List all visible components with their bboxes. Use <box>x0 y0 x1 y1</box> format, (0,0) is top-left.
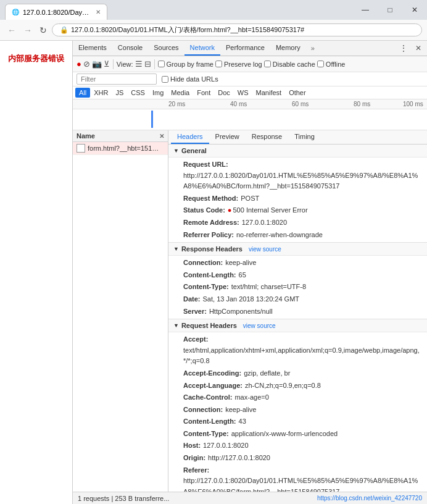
view-label: View: <box>117 61 133 68</box>
type-filter-manifest[interactable]: Manifest <box>252 88 286 98</box>
general-title: General <box>181 147 207 154</box>
ruler-40ms: 40 ms <box>230 101 247 107</box>
error-page: 内部服务器错误 <box>0 41 73 504</box>
rh-content-type-row: Content-Type: text/html; charset=UTF-8 <box>168 281 427 293</box>
rqh-referer-row: Referer: http://127.0.0.1:8020/Day01/01.… <box>168 464 427 492</box>
filter-bar: Hide data URLs <box>73 72 427 86</box>
type-filter-css[interactable]: CSS <box>127 88 149 98</box>
status-bar: 1 requests | 253 B transferre... https:/… <box>73 492 427 504</box>
devtools-panel: Elements Console Sources Network Perform… <box>73 41 427 504</box>
tab-sources[interactable]: Sources <box>148 41 184 56</box>
view-large-icon[interactable]: ⊟ <box>144 59 151 69</box>
forward-button[interactable]: → <box>21 24 35 36</box>
rh-server-row: Server: HttpComponents/null <box>168 306 427 318</box>
type-filter-media[interactable]: Media <box>167 88 193 98</box>
request-headers-triangle-icon: ▼ <box>173 322 179 329</box>
minimize-button[interactable]: — <box>353 0 378 20</box>
type-filter-js[interactable]: JS <box>112 88 127 98</box>
address-input[interactable] <box>71 27 414 34</box>
status-text: 1 requests | 253 B transferre... <box>78 495 169 502</box>
detail-tab-response[interactable]: Response <box>246 130 289 144</box>
response-headers-section-header[interactable]: ▼ Response Headers view source <box>168 242 427 256</box>
disable-cache-checkbox[interactable]: Disable cache <box>264 61 315 68</box>
request-method-value: POST <box>241 193 259 204</box>
group-by-frame-checkbox[interactable]: Group by frame <box>158 61 214 68</box>
detail-panel: Headers Preview Response Timing ▼ Genera… <box>168 130 427 492</box>
tab-elements[interactable]: Elements <box>73 41 112 56</box>
back-button[interactable]: ← <box>5 24 19 36</box>
type-filter-img[interactable]: Img <box>149 88 167 98</box>
close-devtools-button[interactable]: ✕ <box>412 42 425 54</box>
close-button[interactable]: ✕ <box>402 0 427 20</box>
detail-tab-timing[interactable]: Timing <box>288 130 321 144</box>
request-headers-title: Request Headers <box>181 322 237 329</box>
capture-button[interactable]: 📷 <box>92 59 102 69</box>
rqh-content-type-row: Content-Type: application/x-www-form-url… <box>168 428 427 440</box>
remote-address-value: 127.0.0.1:8020 <box>242 217 287 229</box>
filter-input[interactable] <box>77 74 157 85</box>
more-tabs-button[interactable]: » <box>307 41 318 55</box>
requests-panel: Name ✕ form.html?__hbt=15158... <box>73 130 168 492</box>
request-url-row: Request URL: http://127.0.0.1:8020/Day01… <box>168 159 427 193</box>
referrer-policy-label: Referrer Policy: <box>183 230 234 241</box>
response-headers-title: Response Headers <box>181 245 243 253</box>
timeline-bar <box>151 111 153 128</box>
rh-date-row: Date: Sat, 13 Jan 2018 13:20:24 GMT <box>168 293 427 306</box>
refresh-button[interactable]: ↻ <box>37 24 49 36</box>
watermark-link[interactable]: https://blog.csdn.net/weixin_42247720 <box>317 495 422 502</box>
request-method-row: Request Method: POST <box>168 193 427 205</box>
clear-button[interactable]: ⊘ <box>83 59 90 69</box>
type-filter-font[interactable]: Font <box>193 88 214 98</box>
type-filter-all[interactable]: All <box>75 88 90 98</box>
network-toolbar: ● ⊘ 📷 ⊻ View: ☰ ⊟ Group by frame Preserv… <box>73 56 427 72</box>
request-headers-section: ▼ Request Headers view source Accept: te… <box>168 319 427 492</box>
rqh-accept-language-row: Accept-Language: zh-CN,zh;q=0.9,en;q=0.8 <box>168 380 427 392</box>
type-filter-other[interactable]: Other <box>285 88 310 98</box>
type-filter-xhr[interactable]: XHR <box>90 88 112 98</box>
requests-header: Name ✕ <box>73 130 168 142</box>
request-method-label: Request Method: <box>183 193 238 204</box>
settings-button[interactable]: ⋮ <box>396 41 411 55</box>
address-bar: ← → ↻ 🔒 <box>0 20 427 41</box>
type-filter-ws[interactable]: WS <box>234 88 252 98</box>
tab-close-icon[interactable]: ✕ <box>96 9 101 15</box>
offline-checkbox[interactable]: Offline <box>317 61 346 68</box>
request-url-value: http://127.0.0.1:8020/Day01/01.HTML%E5%8… <box>183 170 422 192</box>
detail-tab-preview[interactable]: Preview <box>209 130 246 144</box>
tab-network[interactable]: Network <box>184 41 220 56</box>
referrer-policy-row: Referrer Policy: no-referrer-when-downgr… <box>168 229 427 242</box>
rqh-host-row: Host: 127.0.0.1:8020 <box>168 440 427 452</box>
request-name: form.html?__hbt=15158... <box>88 145 162 152</box>
maximize-button[interactable]: □ <box>378 0 402 20</box>
general-section: ▼ General Request URL: http://127.0.0.1:… <box>168 145 427 242</box>
referrer-policy-value: no-referrer-when-downgrade <box>236 230 323 241</box>
remote-address-label: Remote Address: <box>183 217 239 229</box>
hide-data-urls-checkbox[interactable]: Hide data URLs <box>162 75 218 83</box>
browser-tab[interactable]: 🌐 127.0.0.1:8020/Day01/ ✕ <box>5 4 107 20</box>
rqh-cache-control-row: Cache-Control: max-age=0 <box>168 392 427 404</box>
tab-performance[interactable]: Performance <box>220 41 270 56</box>
ruler-20ms: 20 ms <box>168 101 185 107</box>
request-headers-view-source-link[interactable]: view source <box>243 322 276 329</box>
general-section-header[interactable]: ▼ General <box>168 145 427 158</box>
toolbar-separator-2 <box>154 59 155 69</box>
request-headers-body: Accept: text/html,application/xhtml+xml,… <box>168 332 427 492</box>
tab-console[interactable]: Console <box>112 41 148 56</box>
address-lock-icon: 🔒 <box>60 26 68 34</box>
request-item[interactable]: form.html?__hbt=15158... <box>73 142 168 155</box>
response-headers-triangle-icon: ▼ <box>173 246 179 252</box>
detail-tab-headers[interactable]: Headers <box>171 130 209 144</box>
status-code-label: Status Code: <box>183 205 225 216</box>
tab-memory[interactable]: Memory <box>270 41 306 56</box>
ruler-100ms: 100 ms <box>403 101 423 107</box>
request-headers-section-header[interactable]: ▼ Request Headers view source <box>168 319 427 332</box>
type-filter-doc[interactable]: Doc <box>214 88 234 98</box>
response-headers-view-source-link[interactable]: view source <box>249 246 281 253</box>
type-filter-bar: All XHR JS CSS Img Media Font Doc WS Man… <box>73 86 427 99</box>
view-list-icon[interactable]: ☰ <box>135 59 143 69</box>
preserve-log-checkbox[interactable]: Preserve log <box>215 61 262 68</box>
rh-content-length-row: Content-Length: 65 <box>168 269 427 282</box>
remote-address-row: Remote Address: 127.0.0.1:8020 <box>168 217 427 229</box>
filter-icon[interactable]: ⊻ <box>104 59 110 69</box>
record-button[interactable]: ● <box>77 59 81 69</box>
